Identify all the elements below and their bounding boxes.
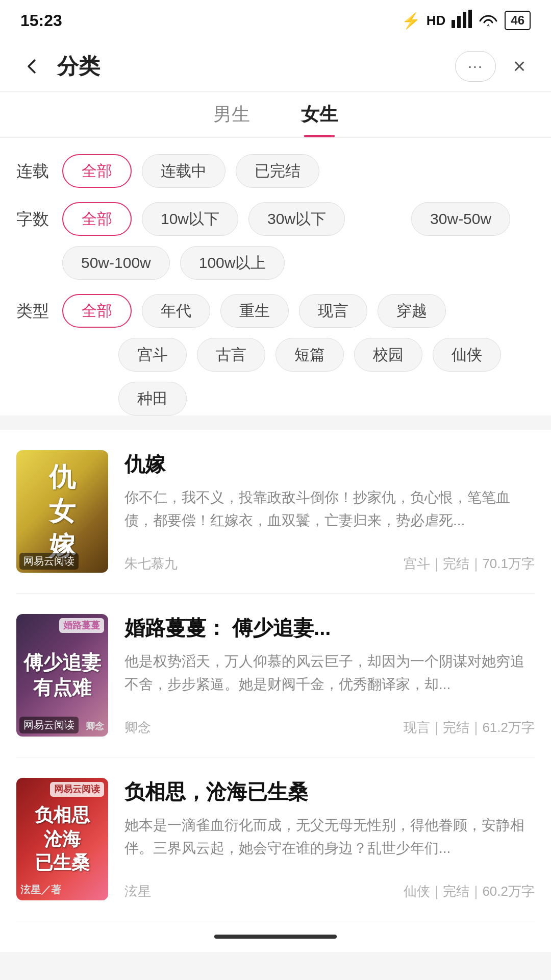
book-info-3: 负相思，沧海已生桑 她本是一滴雀血衍化而成，无父无母无性别，得他眷顾，安静相伴。… — [124, 778, 535, 900]
filter-tag-serial-ongoing[interactable]: 连载中 — [142, 154, 226, 188]
filter-row-genre: 类型 全部 年代 重生 现言 穿越 宫斗 古言 短篇 — [16, 294, 535, 415]
book-list: 仇女嫁 网易云阅读 仇嫁 你不仁，我不义，投靠政敌斗倒你！抄家仇，负心恨，笔笔血… — [0, 430, 551, 921]
bluetooth-icon: ⚡ — [402, 12, 420, 30]
filter-tag-genre-chongsheng[interactable]: 重生 — [220, 294, 289, 328]
filter-tag-genre-all[interactable]: 全部 — [62, 294, 132, 328]
filter-tag-wc-50-100[interactable]: 50w-100w — [62, 246, 170, 280]
book-title-2: 婚路蔓蔓： 傅少追妻... — [124, 614, 535, 642]
tabs-bar: 男生 女生 — [0, 92, 551, 138]
list-item[interactable]: 仇女嫁 网易云阅读 仇嫁 你不仁，我不义，投靠政敌斗倒你！抄家仇，负心恨，笔笔血… — [16, 430, 535, 594]
list-item[interactable]: 网易云阅读 负相思沧海已生桑 泫星／著 负相思，沧海已生桑 她本是一滴雀血衍化而… — [16, 757, 535, 921]
filter-tags-wordcount: 全部 10w以下 30w以下 30w-50w 50w-100w 100w以上 — [62, 202, 535, 280]
book-tags-2: 现言｜完结｜61.2万字 — [404, 719, 535, 737]
book-tags-3: 仙侠｜完结｜60.2万字 — [404, 883, 535, 900]
book-info-1: 仇嫁 你不仁，我不义，投靠政敌斗倒你！抄家仇，负心恨，笔笔血债，都要偿！红嫁衣，… — [124, 450, 535, 573]
status-icons: ⚡ HD 46 — [402, 10, 531, 32]
battery-icon: 46 — [505, 11, 531, 30]
book-desc-1: 你不仁，我不义，投靠政敌斗倒你！抄家仇，负心恨，笔笔血债，都要偿！红嫁衣，血双鬟… — [124, 486, 535, 547]
filter-tag-genre-zongtian[interactable]: 种田 — [118, 382, 187, 415]
filter-tag-wc-over100[interactable]: 100w以上 — [180, 246, 285, 280]
filter-row-serialization: 连载 全部 连载中 已完结 — [16, 154, 535, 188]
book-meta-2: 卿念 现言｜完结｜61.2万字 — [124, 719, 535, 737]
status-bar: 15:23 ⚡ HD 46 — [0, 0, 551, 41]
book-desc-3: 她本是一滴雀血衍化而成，无父无母无性别，得他眷顾，安静相伴。三界风云起，她会守在… — [124, 814, 535, 874]
filter-tag-genre-duanpian[interactable]: 短篇 — [276, 338, 344, 372]
filter-tag-wc-under30[interactable]: 30w以下 — [248, 202, 345, 236]
book-cover-3: 网易云阅读 负相思沧海已生桑 泫星／著 — [16, 778, 108, 900]
book-author-2: 卿念 — [124, 719, 151, 737]
book-meta-1: 朱七慕九 宫斗｜完结｜70.1万字 — [124, 555, 535, 573]
filter-tag-serial-all[interactable]: 全部 — [62, 154, 132, 188]
filter-tag-genre-chuanyue[interactable]: 穿越 — [378, 294, 446, 328]
list-item[interactable]: 婚路蔓蔓 傅少追妻有点难 卿念 网易云阅读 婚路蔓蔓： 傅少追妻... 他是权势… — [16, 594, 535, 757]
filter-label-genre: 类型 — [16, 294, 62, 323]
header-actions: ··· × — [455, 51, 535, 82]
filter-row-wordcount: 字数 全部 10w以下 30w以下 30w-50w 50w-100w 100w以… — [16, 202, 535, 280]
book-source-1: 网易云阅读 — [19, 553, 79, 570]
signal-bars-icon — [452, 10, 472, 32]
filter-tags-serialization: 全部 连载中 已完结 — [62, 154, 535, 188]
book-cover-2: 婚路蔓蔓 傅少追妻有点难 卿念 网易云阅读 — [16, 614, 108, 737]
filter-label-wordcount: 字数 — [16, 202, 62, 231]
book-author-3: 泫星 — [124, 883, 151, 900]
filter-tag-genre-niandai[interactable]: 年代 — [142, 294, 210, 328]
filter-tag-genre-xiandai[interactable]: 现言 — [299, 294, 367, 328]
filter-tag-genre-xiaoyuan[interactable]: 校园 — [354, 338, 422, 372]
filter-tag-genre-guyan[interactable]: 古言 — [197, 338, 265, 372]
tab-male[interactable]: 男生 — [213, 102, 250, 137]
book-tags-1: 宫斗｜完结｜70.1万字 — [404, 555, 535, 573]
book-desc-2: 他是权势滔天，万人仰慕的风云巨子，却因为一个阴谋对她穷追不舍，步步紧逼。她是财阀… — [124, 650, 535, 710]
bottom-bar — [0, 921, 551, 952]
cover-image-3: 网易云阅读 负相思沧海已生桑 泫星／著 — [16, 778, 108, 900]
close-button[interactable]: × — [504, 51, 535, 82]
header: 分类 ··· × — [0, 41, 551, 92]
home-indicator — [214, 935, 337, 939]
back-button[interactable] — [16, 51, 47, 82]
status-time: 15:23 — [20, 11, 62, 30]
filter-label-serialization: 连载 — [16, 154, 62, 183]
book-info-2: 婚路蔓蔓： 傅少追妻... 他是权势滔天，万人仰慕的风云巨子，却因为一个阴谋对她… — [124, 614, 535, 737]
wifi-icon — [478, 10, 498, 32]
filter-tag-wc-30-50[interactable]: 30w-50w — [411, 202, 510, 236]
book-source-2: 网易云阅读 — [19, 717, 79, 733]
filter-section: 连载 全部 连载中 已完结 字数 全部 10w以下 30w以下 — [0, 138, 551, 415]
tab-female[interactable]: 女生 — [301, 102, 338, 137]
svg-rect-3 — [468, 10, 472, 28]
book-author-1: 朱七慕九 — [124, 555, 178, 573]
filter-tag-serial-completed[interactable]: 已完结 — [236, 154, 319, 188]
book-title-1: 仇嫁 — [124, 450, 535, 478]
filter-tag-genre-xianxia[interactable]: 仙侠 — [433, 338, 501, 372]
filter-tag-wc-under10[interactable]: 10w以下 — [142, 202, 238, 236]
page-title: 分类 — [57, 52, 455, 81]
filter-tag-wc-all[interactable]: 全部 — [62, 202, 132, 236]
svg-rect-1 — [457, 16, 461, 28]
book-title-3: 负相思，沧海已生桑 — [124, 778, 535, 806]
book-meta-3: 泫星 仙侠｜完结｜60.2万字 — [124, 883, 535, 900]
svg-rect-0 — [452, 20, 455, 28]
filter-tags-genre: 全部 年代 重生 现言 穿越 宫斗 古言 短篇 — [62, 294, 535, 415]
filter-tag-genre-gongdou[interactable]: 宫斗 — [118, 338, 187, 372]
more-button[interactable]: ··· — [455, 51, 496, 82]
signal-icon: HD — [427, 13, 446, 29]
book-cover-1: 仇女嫁 网易云阅读 — [16, 450, 108, 573]
svg-rect-2 — [463, 12, 466, 28]
